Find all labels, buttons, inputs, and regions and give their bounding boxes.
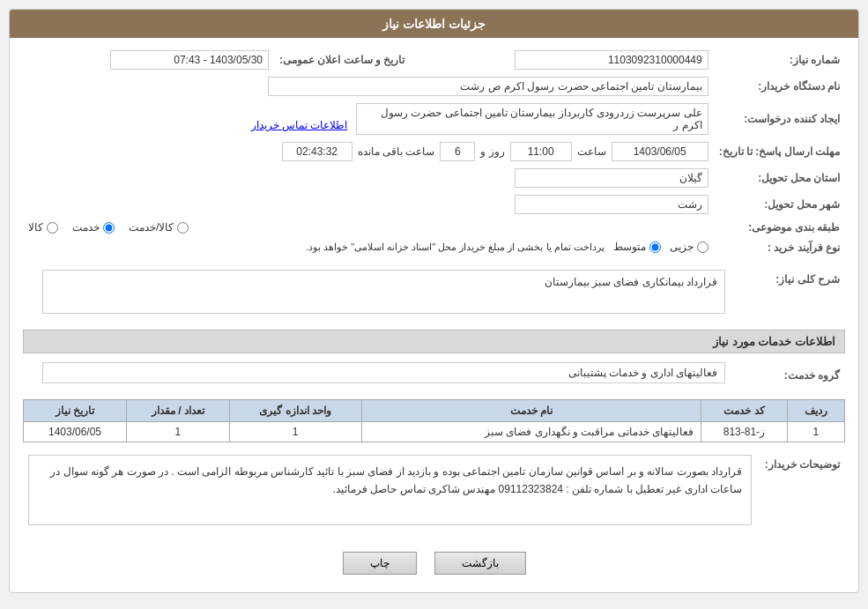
baghimande-label: ساعت باقی مانده [358, 145, 435, 158]
services-header: اطلاعات خدمات مورد نیاز [23, 330, 845, 353]
table-row: 1 ز-81-813 فعالیتهای خدماتی مراقبت و نگه… [24, 421, 845, 442]
shomareNiaz-label: شماره نیاز: [714, 47, 845, 73]
mohlat-label: مهلت ارسال پاسخ: تا تاریخ: [714, 138, 845, 165]
ostan-value: گیلان [515, 168, 708, 188]
col-vahed: واحد اندازه گیری [229, 399, 361, 421]
print-button[interactable]: چاپ [343, 552, 417, 575]
buttons-row: بازگشت چاپ [23, 543, 845, 583]
khedmat-label: خدمت [72, 221, 100, 234]
sharhKoli-label: شرح کلی نیاز: [731, 266, 845, 323]
kala-label: کالا [28, 221, 43, 234]
radio-jozi: جزیی [670, 241, 708, 253]
radio-jozi-input[interactable] [697, 241, 708, 253]
cell-tarikh: 1403/06/05 [24, 421, 127, 442]
cell-radif: 1 [787, 421, 844, 442]
col-tarikh: تاریخ نیاز [24, 399, 127, 421]
groheKhedmat-value: فعالیتهای اداری و خدمات پشتیبانی [42, 362, 725, 383]
page-title: جزئیات اطلاعات نیاز [382, 17, 486, 31]
col-kod: کد خدمت [701, 399, 788, 421]
iejad-value: علی سرپرست زردرودی کاربرداز بیمارستان تا… [356, 103, 708, 135]
tosih-table: توضیحات خریدار: قرارداد بصورت سالانه و ب… [23, 451, 845, 536]
radio-kala-input[interactable] [47, 222, 58, 234]
radio-motawaset-input[interactable] [649, 241, 661, 253]
col-radif: ردیف [787, 399, 844, 421]
radio-kala-khedmat: کالا/خدمت [129, 221, 189, 234]
noeFarayand-text: پرداخت تمام یا بخشی از مبلغ خریداز محل "… [306, 241, 605, 253]
namedastgah-value: بیمارستان تامین اجتماعی حضرت رسول اکرم ص… [268, 77, 708, 96]
grohe-table: گروه خدمت: فعالیتهای اداری و خدمات پشتیب… [23, 359, 845, 392]
baghimande-value: 02:43:32 [282, 142, 352, 161]
tosihKharidar-label: توضیحات خریدار: [757, 451, 845, 536]
shahr-label: شهر محل تحویل: [714, 191, 845, 218]
cell-kod: ز-81-813 [701, 421, 788, 442]
cell-tedad: 1 [126, 421, 229, 442]
jozi-label: جزیی [670, 241, 694, 253]
time-label: ساعت [577, 145, 606, 158]
main-card: جزئیات اطلاعات نیاز شماره نیاز: 11030923… [9, 9, 859, 593]
radio-khedmat: خدمت [72, 221, 115, 234]
kala-khedmat-label: کالا/خدمت [129, 221, 174, 234]
services-table: ردیف کد خدمت نام خدمت واحد اندازه گیری ت… [23, 399, 845, 442]
col-tedad: تعداد / مقدار [126, 399, 229, 421]
date-value: 1403/06/05 [612, 142, 708, 161]
iejad-link[interactable]: اطلاعات تماس خریدار [251, 119, 348, 131]
radio-khedmat-input[interactable] [103, 222, 115, 234]
tosihKharidar-value: قرارداد بصورت سالانه و بر اساس قوانین سا… [28, 455, 752, 525]
namedastgah-label: نام دستگاه خریدار: [714, 73, 845, 100]
shomareNiaz-value: 1103092310000449 [515, 50, 708, 70]
sharh-table: شرح کلی نیاز: قرارداد بیمانکاری فضای سبز… [23, 266, 845, 323]
cell-nam: فعالیتهای خدماتی مراقبت و نگهداری فضای س… [361, 421, 701, 442]
col-nam: نام خدمت [361, 399, 701, 421]
groheKhedmat-label: گروه خدمت: [731, 359, 845, 392]
page-container: جزئیات اطلاعات نیاز شماره نیاز: 11030923… [0, 0, 868, 609]
iejad-label: ایجاد کننده درخواست: [714, 100, 845, 138]
motawaset-label: متوسط [613, 241, 646, 253]
tabaqe-label: طبقه بندی موضوعی: [714, 218, 845, 237]
tabaqe-radio-group: کالا خدمت کالا/خدمت [28, 221, 708, 234]
tarikh-aalan-label: تاریخ و ساعت اعلان عمومی: [274, 47, 410, 73]
radio-motawaset: متوسط [613, 241, 661, 253]
sharhKoli-value: قرارداد بیمانکاری فضای سبز بیمارستان [42, 270, 725, 314]
rooz-value: 6 [440, 142, 475, 161]
shahr-value: رشت [515, 195, 708, 214]
back-button[interactable]: بازگشت [434, 552, 526, 575]
top-info-table: شماره نیاز: 1103092310000449 تاریخ و ساع… [23, 47, 845, 259]
time-value: 11:00 [510, 142, 572, 161]
noeFarayand-label: نوع فرآیند خرید : [714, 237, 845, 259]
tarikh-aalan-value: 1403/05/30 - 07:43 [110, 50, 269, 70]
cell-vahed: 1 [229, 421, 361, 442]
radio-kala: کالا [28, 221, 58, 234]
card-header: جزئیات اطلاعات نیاز [10, 10, 858, 38]
ostan-label: استان محل تحویل: [714, 165, 845, 191]
rooz-label: روز و [480, 145, 504, 158]
card-body: شماره نیاز: 1103092310000449 تاریخ و ساع… [10, 38, 858, 592]
radio-kala-khedmat-input[interactable] [177, 222, 189, 234]
